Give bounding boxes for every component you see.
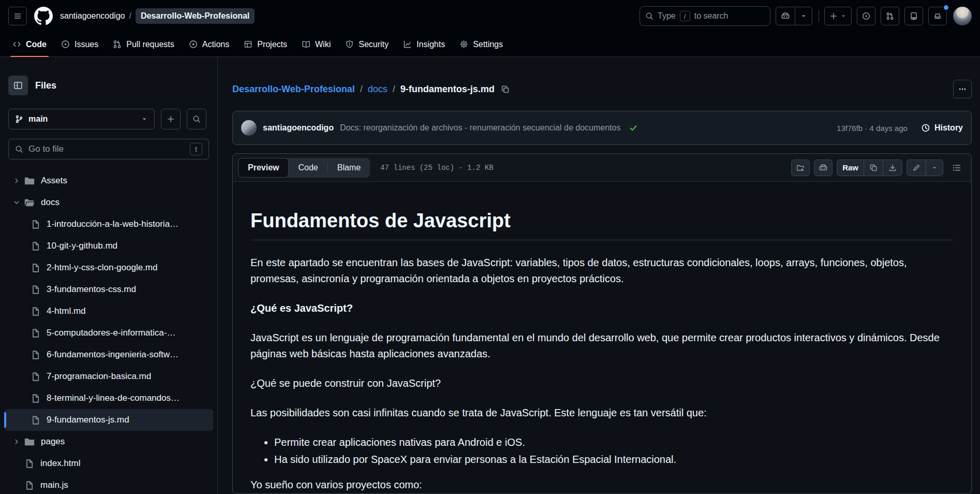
history-label: History [934,123,963,133]
commit-author-avatar[interactable] [241,120,257,136]
commit-message[interactable]: Docs: reorganización de archivos - renum… [340,123,621,133]
repositories-button-wrap [904,7,923,25]
tab-issues[interactable]: Issues [54,32,106,56]
owner-link[interactable]: santiagoencodigo [60,11,125,21]
table-icon [244,40,253,49]
article-list: Permite crear aplicaciones nativas para … [250,434,954,468]
files-header: Files [8,76,209,95]
search-in-tree-button[interactable] [187,109,206,129]
tab-pull-requests[interactable]: Pull requests [106,32,182,56]
main-content: Desarrollo-Web-Profesional/docs/9-fundam… [218,57,980,494]
tab-security[interactable]: Security [338,32,396,56]
tab-wiki[interactable]: Wiki [294,32,338,56]
article-title: Fundamentos de Javascript [250,209,954,240]
raw-button[interactable]: Raw [837,160,864,176]
search-icon [15,145,23,153]
add-file-to-tree-button[interactable] [791,159,810,176]
tree-item-label: 4-html.md [47,306,86,316]
tab-actions[interactable]: Actions [182,32,236,56]
sidebar-item-8-terminal-y-linea-de-comandos[interactable]: 8-terminal-y-linea-de-comandos… [4,387,213,409]
search-placeholder-prefix: Type [658,11,676,21]
user-avatar[interactable] [953,7,972,25]
tab-label: Code [26,40,47,49]
sidebar-item-2-html-y-css-clon-google-md[interactable]: 2-html-y-css-clon-google.md [4,257,213,279]
sidebar-item-10-git-y-github-md[interactable]: 10-git-y-github.md [4,235,213,257]
repo-link[interactable]: Desarrollo-Web-Profesional [136,8,255,24]
article-list-item: Permite crear aplicaciones nativas para … [274,434,954,451]
tab-label: Projects [257,40,287,49]
sidebar-item-assets[interactable]: Assets [4,170,213,192]
article-paragraph: ¿Qué se puede construir con JavaScript? [250,375,954,391]
tab-label: Actions [202,40,229,49]
tab-settings[interactable]: Settings [452,32,510,56]
book-icon [302,40,310,49]
repo-icon [910,12,918,20]
file-tree: Assetsdocs1-introducción-a-la-web-histor… [4,170,213,494]
sidebar-item-index-html[interactable]: index.html [4,453,213,474]
checks-success-icon[interactable] [629,123,638,133]
breadcrumb-link-docs[interactable]: docs [368,84,388,95]
sidebar-item-7-programacion-basica-md[interactable]: 7-programacion-basica.md [4,366,213,387]
more-options-button[interactable] [953,80,972,98]
article-paragraph: En este apartado se encuentran las bases… [250,255,954,287]
edit-dropdown-button[interactable] [926,160,943,176]
sidebar-item-1-introducci-n-a-la-web-historia[interactable]: 1-introducción-a-la-web-historia… [4,213,213,235]
github-logo-icon[interactable] [34,7,53,25]
copilot-file-button[interactable] [814,159,833,176]
sidebar-item-4-html-md[interactable]: 4-html.md [4,300,213,322]
sidebar-item-5-computadores-e-informatica[interactable]: 5-computadores-e-informatica-… [4,322,213,344]
t-key-hint: t [190,143,202,155]
pull-requests-button[interactable] [881,7,899,25]
copilot-button[interactable] [776,7,795,25]
git-pull-request-icon [886,12,894,20]
fileview-tab-code[interactable]: Code [289,158,327,178]
tree-item-label: main.js [40,480,68,490]
latest-commit-bar: santiagoencodigo Docs: reorganización de… [232,111,972,145]
goto-file-input[interactable] [28,144,185,154]
edit-file-button[interactable] [907,160,926,176]
git-branch-icon [15,115,23,123]
tab-code[interactable]: Code [5,32,54,56]
sidebar-item-docs[interactable]: docs [4,192,213,213]
article-paragraph: JavaScript es un lenguaje de programació… [250,330,954,362]
hamburger-menu-button[interactable] [8,7,27,25]
tree-item-label: docs [41,197,60,208]
branch-selector[interactable]: main [8,109,155,129]
sidebar-item-3-fundamentos-css-md[interactable]: 3-fundamentos-css.md [4,279,213,300]
search-icon [192,115,201,123]
global-search-input[interactable]: Type / to search [640,6,770,26]
commit-sha-and-time[interactable]: 13f76fb · 4 days ago [837,124,908,133]
issues-button[interactable] [857,7,875,25]
repositories-button[interactable] [904,7,923,25]
file-meta: 47 lines (25 loc) · 1.2 KB [380,164,493,172]
fileview-tab-blame[interactable]: Blame [328,158,370,178]
copilot-dropdown-button[interactable] [795,7,812,25]
copy-raw-button[interactable] [864,160,883,176]
commit-meta: 13f76fb · 4 days ago History [837,123,963,133]
collapse-sidebar-button[interactable] [8,76,28,95]
play-icon [189,40,198,49]
chevron-right-icon [12,177,21,184]
history-button[interactable]: History [921,123,963,133]
download-raw-button[interactable] [883,160,902,176]
slash-key-hint: / [680,11,690,21]
fileview-tab-preview[interactable]: Preview [238,158,289,178]
file-icon [31,350,40,360]
sidebar-item-6-fundamentos-ingenieria-softw[interactable]: 6-fundamentos-ingenieria-softw… [4,344,213,366]
copy-icon [869,164,878,172]
sidebar-item-pages[interactable]: pages [4,431,213,453]
inbox-button-wrap [928,7,947,25]
breadcrumb-link-desarrollo-web-profesional[interactable]: Desarrollo-Web-Profesional [232,84,355,95]
file-icon [31,307,40,316]
tab-projects[interactable]: Projects [236,32,294,56]
page-layout: Files main t Assetsdocs1-introducción-a-… [0,57,980,494]
create-new-button[interactable] [825,7,851,25]
outline-button[interactable] [947,159,966,176]
new-file-button[interactable] [161,109,181,129]
tab-insights[interactable]: Insights [396,32,452,56]
copy-path-button[interactable] [501,85,510,94]
sidebar-item-9-fundamentos-js-md[interactable]: 9-fundamentos-js.md [4,409,213,431]
sidebar-item-main-js[interactable]: main.js [4,474,213,494]
commit-author[interactable]: santiagoencodigo [263,123,334,133]
list-unordered-icon [952,163,961,172]
